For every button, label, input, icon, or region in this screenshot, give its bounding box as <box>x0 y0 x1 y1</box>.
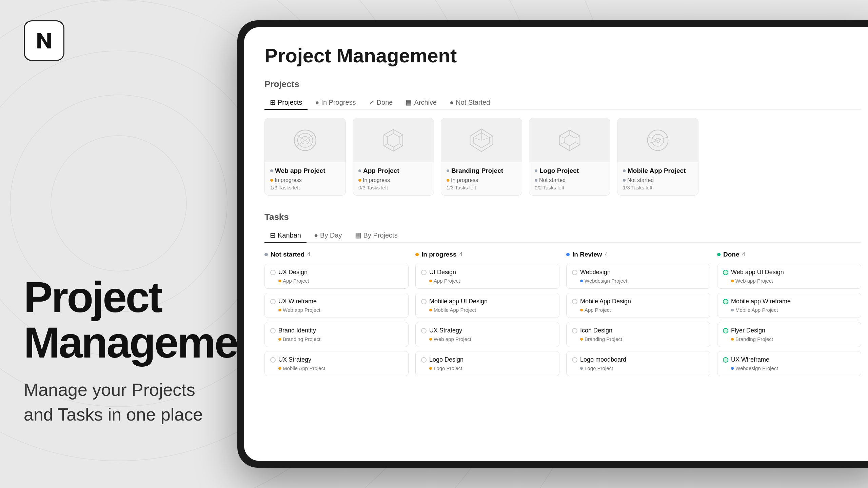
task-name: Logo moodboard <box>572 356 705 363</box>
project-card[interactable]: App Project In progress 0/3 Tasks left <box>353 118 434 196</box>
kanban-board: Not started 4 UX Design App Project <box>264 251 861 380</box>
projects-icon: ▤ <box>355 231 361 239</box>
task-card[interactable]: UX Wireframe Webdesign Project <box>717 351 861 376</box>
column-header-done: Done 4 <box>717 251 861 258</box>
grid-icon: ⊞ <box>270 98 276 106</box>
task-name: Mobile App Design <box>572 298 705 305</box>
task-name: UX Wireframe <box>270 298 403 305</box>
task-project: Web app Project <box>270 307 403 313</box>
task-tabs: ⊟ Kanban ● By Day ▤ By Projects <box>264 228 861 243</box>
dot-icon: ● <box>315 99 319 106</box>
svg-line-35 <box>575 136 580 138</box>
card-name-1: Web app Project <box>270 167 340 175</box>
archive-icon: ▤ <box>406 98 412 106</box>
task-name: Mobile app UI Design <box>421 298 554 305</box>
card-status-4: Not started <box>535 177 605 183</box>
task-circle <box>421 357 427 363</box>
card-image-5 <box>617 118 698 162</box>
tablet-wrapper: Project Management Projects ⊞ Projects ●… <box>237 20 868 468</box>
task-name: Icon Design <box>572 327 705 334</box>
card-image-1 <box>265 118 346 162</box>
task-card[interactable]: Flyer Design Branding Project <box>717 322 861 347</box>
card-tasks-1: 1/3 Tasks left <box>270 185 340 190</box>
task-card[interactable]: UI Design App Project <box>415 264 559 289</box>
project-cards: Web app Project In progress 1/3 Tasks le… <box>264 118 861 196</box>
tab-not-started[interactable]: ● Not Started <box>444 96 495 110</box>
card-status-5: Not started <box>623 177 693 183</box>
card-image-4 <box>529 118 610 162</box>
project-card[interactable]: Logo Project Not started 0/2 Tasks left <box>529 118 610 196</box>
tab-done[interactable]: ✓ Done <box>363 96 398 110</box>
task-card[interactable]: UX Design App Project <box>264 264 409 289</box>
card-status-1: In progress <box>270 177 340 183</box>
svg-line-24 <box>384 135 387 137</box>
column-header-in-progress: In progress 4 <box>415 251 559 258</box>
task-project: Logo Project <box>572 365 705 371</box>
task-project: App Project <box>421 278 554 284</box>
task-circle <box>723 270 728 275</box>
svg-line-23 <box>384 144 387 146</box>
column-header-not-started: Not started 4 <box>264 251 409 258</box>
task-card[interactable]: Mobile app Wireframe Mobile App Project <box>717 293 861 318</box>
task-card[interactable]: UX Strategy Web app Project <box>415 322 559 347</box>
task-circle <box>270 299 276 304</box>
task-card[interactable]: Brand Identity Branding Project <box>264 322 409 347</box>
task-card[interactable]: Mobile app UI Design Mobile App Project <box>415 293 559 318</box>
task-card[interactable]: Logo Design Logo Project <box>415 351 559 376</box>
task-card[interactable]: Webdesign Webdesign Project <box>566 264 710 289</box>
svg-line-39 <box>559 136 564 138</box>
task-circle <box>723 328 728 333</box>
project-card[interactable]: Branding Project In progress 1/3 Tasks l… <box>441 118 522 196</box>
col-dot-inreview <box>566 253 570 256</box>
kanban-column-in-progress: In progress 4 UI Design App Project <box>415 251 559 380</box>
task-card[interactable]: UX Strategy Mobile App Project <box>264 351 409 376</box>
hero-subtitle: Manage your Projects and Tasks in one pl… <box>24 378 214 427</box>
card-name-2: App Project <box>358 167 428 175</box>
task-name: UX Strategy <box>421 327 554 334</box>
task-project: Logo Project <box>421 365 554 371</box>
tab-by-day[interactable]: ● By Day <box>309 228 348 243</box>
task-project: App Project <box>270 278 403 284</box>
task-card[interactable]: Icon Design Branding Project <box>566 322 710 347</box>
notion-ui: Project Management Projects ⊞ Projects ●… <box>244 27 868 461</box>
task-card[interactable]: UX Wireframe Web app Project <box>264 293 409 318</box>
svg-line-21 <box>399 144 403 146</box>
task-circle <box>572 270 577 275</box>
tab-archive[interactable]: ▤ Archive <box>400 96 442 110</box>
hero-title: Project Management <box>24 274 214 366</box>
task-circle <box>723 299 728 304</box>
task-card[interactable]: Web app UI Design Web app Project <box>717 264 861 289</box>
tab-by-projects[interactable]: ▤ By Projects <box>350 228 403 243</box>
task-project: Branding Project <box>270 336 403 342</box>
kanban-column-done: Done 4 Web app UI Design Web app Project <box>717 251 861 380</box>
tab-projects[interactable]: ⊞ Projects <box>264 96 308 110</box>
page-title: Project Management <box>264 44 861 67</box>
project-card[interactable]: Mobile App Project Not started 1/3 Tasks… <box>617 118 698 196</box>
left-text: Project Management Manage your Projects … <box>24 274 214 427</box>
task-circle <box>723 357 728 363</box>
task-name: Brand Identity <box>270 327 403 334</box>
card-status-2: In progress <box>358 177 428 183</box>
task-circle <box>421 299 427 304</box>
task-name: UI Design <box>421 269 554 276</box>
task-project: App Project <box>572 307 705 313</box>
tablet-outer: Project Management Projects ⊞ Projects ●… <box>237 20 868 468</box>
project-card[interactable]: Web app Project In progress 1/3 Tasks le… <box>264 118 346 196</box>
task-project: Branding Project <box>723 336 855 342</box>
task-name: Flyer Design <box>723 327 855 334</box>
task-card[interactable]: Logo moodboard Logo Project <box>566 351 710 376</box>
card-name-3: Branding Project <box>447 167 516 175</box>
tab-kanban[interactable]: ⊟ Kanban <box>264 228 307 243</box>
dot2-icon: ● <box>450 99 454 106</box>
notion-logo <box>24 20 64 61</box>
tablet-screen: Project Management Projects ⊞ Projects ●… <box>244 27 868 461</box>
task-name: UX Design <box>270 269 403 276</box>
card-tasks-3: 1/3 Tasks left <box>447 185 516 190</box>
task-circle <box>270 357 276 363</box>
task-card[interactable]: Mobile App Design App Project <box>566 293 710 318</box>
card-tasks-2: 0/3 Tasks left <box>358 185 428 190</box>
task-project: Web app Project <box>421 336 554 342</box>
projects-section-label: Projects <box>264 79 861 89</box>
tab-in-progress[interactable]: ● In Progress <box>310 96 361 110</box>
task-name: UX Strategy <box>270 356 403 363</box>
